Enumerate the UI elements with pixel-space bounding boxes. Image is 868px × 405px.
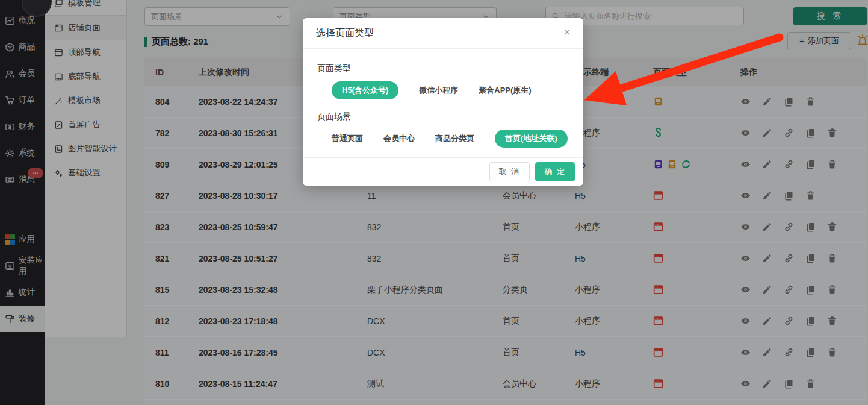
cancel-button[interactable]: 取 消 <box>489 162 530 181</box>
close-icon[interactable]: × <box>560 25 574 39</box>
option-group-label: 页面场景 <box>317 111 569 122</box>
option-首页(地址关联)[interactable]: 首页(地址关联) <box>495 130 568 148</box>
option-H5(含公众号)[interactable]: H5(含公众号) <box>332 81 398 99</box>
option-聚合APP(原生)[interactable]: 聚合APP(原生) <box>479 85 531 96</box>
dialog-title: 选择页面类型 <box>316 27 374 40</box>
select-page-type-dialog: 选择页面类型 × 页面类型H5(含公众号)微信小程序聚合APP(原生)页面场景普… <box>303 18 583 186</box>
option-group: 普通页面会员中心商品分类页首页(地址关联) <box>332 130 569 147</box>
option-普通页面[interactable]: 普通页面 <box>332 133 363 144</box>
dialog-header: 选择页面类型 <box>303 18 583 49</box>
option-会员中心[interactable]: 会员中心 <box>383 133 415 144</box>
option-商品分类页[interactable]: 商品分类页 <box>435 133 474 144</box>
option-微信小程序[interactable]: 微信小程序 <box>419 85 458 96</box>
confirm-button[interactable]: 确 定 <box>535 162 575 181</box>
option-group-label: 页面类型 <box>317 63 569 74</box>
dialog-footer: 取 消 确 定 <box>303 157 583 186</box>
option-group: H5(含公众号)微信小程序聚合APP(原生) <box>332 82 569 99</box>
dialog-body: 页面类型H5(含公众号)微信小程序聚合APP(原生)页面场景普通页面会员中心商品… <box>303 49 583 147</box>
